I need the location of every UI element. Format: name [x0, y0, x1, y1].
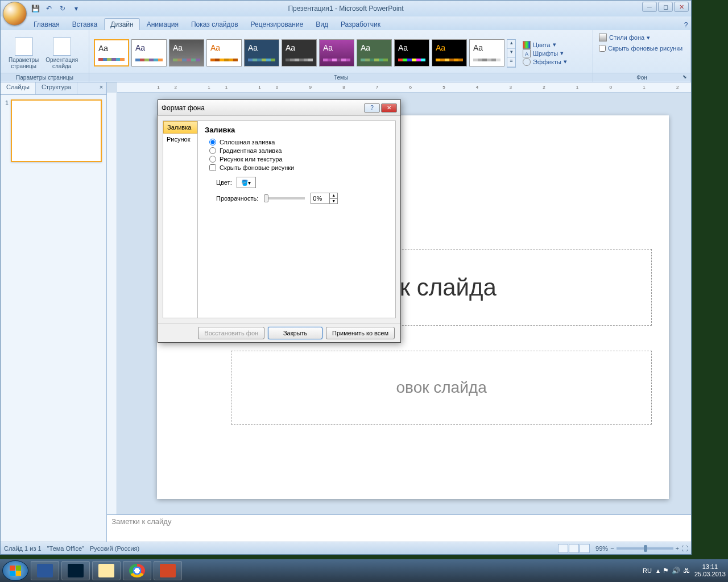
page-setup-icon: [15, 38, 33, 56]
theme-thumb[interactable]: Aa: [319, 39, 354, 66]
tray-network-icon[interactable]: 🖧: [683, 567, 690, 575]
pane-tab-slides[interactable]: Слайды: [1, 82, 36, 94]
view-buttons: [558, 544, 590, 553]
theme-thumb[interactable]: Aa: [469, 39, 504, 66]
slide-thumb-img: [11, 99, 102, 162]
slide-thumbnail[interactable]: 1: [5, 99, 102, 162]
color-picker-button[interactable]: 🪣▾: [237, 177, 256, 188]
zoom-fit-icon[interactable]: ⛶: [681, 545, 688, 552]
tab-view[interactable]: Вид: [310, 19, 334, 30]
dialog-titlebar[interactable]: Формат фона ? ✕: [158, 100, 400, 116]
theme-thumb[interactable]: Aa: [244, 39, 279, 66]
dialog-close-icon[interactable]: ✕: [381, 103, 397, 113]
theme-thumb[interactable]: Aa: [169, 39, 204, 66]
dialog-content: Заливка Сплошная заливка Градиентная зал…: [198, 120, 396, 318]
tab-slideshow[interactable]: Показ слайдов: [185, 19, 244, 30]
tray-flag-icon[interactable]: ⚑: [663, 567, 669, 575]
vertical-ruler: [107, 93, 117, 514]
notes-pane[interactable]: Заметки к слайду: [107, 514, 691, 542]
minimize-button[interactable]: ─: [642, 2, 657, 12]
page-setup-button[interactable]: Параметры страницы: [6, 36, 41, 70]
theme-options: Цвета ▾ AШрифты ▾ Эффекты ▾: [519, 40, 570, 67]
save-icon[interactable]: 💾: [30, 3, 40, 14]
status-theme: "Тема Office": [47, 545, 84, 552]
task-photoshop[interactable]: [61, 561, 90, 580]
task-chrome[interactable]: [123, 561, 151, 580]
dialog-footer: Восстановить фон Закрыть Применить ко вс…: [158, 323, 400, 342]
tray-sound-icon[interactable]: 🔊: [672, 567, 680, 575]
close-dialog-button[interactable]: Закрыть: [268, 327, 322, 339]
dialog-launcher-icon[interactable]: ⬊: [682, 74, 689, 81]
opt-gradient-fill[interactable]: Градиентная заливка: [209, 147, 388, 154]
zoom-slider[interactable]: [617, 547, 673, 550]
view-slideshow-icon[interactable]: [580, 544, 590, 553]
theme-colors-button[interactable]: Цвета ▾: [523, 41, 567, 49]
start-button[interactable]: [2, 560, 28, 581]
slide-orientation-button[interactable]: Ориентация слайда: [43, 36, 80, 70]
pane-tab-outline[interactable]: Структура: [36, 82, 77, 94]
tray-clock[interactable]: 13:11 25.03.2013: [694, 563, 726, 578]
colors-icon: [523, 41, 531, 49]
theme-effects-button[interactable]: Эффекты ▾: [523, 58, 567, 66]
subtitle-placeholder[interactable]: овок слайда: [231, 351, 652, 425]
theme-thumb[interactable]: Aa: [131, 39, 167, 66]
task-explorer[interactable]: [92, 561, 121, 580]
opt-solid-fill[interactable]: Сплошная заливка: [209, 139, 388, 146]
status-lang: Русский (Россия): [90, 545, 139, 552]
effects-icon: [523, 58, 531, 66]
tab-animation[interactable]: Анимация: [141, 19, 184, 30]
spin-up-icon[interactable]: ▲: [330, 193, 337, 199]
redo-icon[interactable]: ↻: [57, 3, 68, 14]
color-label: Цвет:: [216, 179, 232, 186]
folder-icon: [98, 564, 114, 577]
office-button[interactable]: [3, 2, 27, 26]
theme-thumb[interactable]: Aa: [394, 39, 429, 66]
transparency-input[interactable]: [311, 193, 329, 203]
tray-lang[interactable]: RU: [643, 567, 652, 574]
opt-picture-fill[interactable]: Рисунок или текстура: [209, 156, 388, 163]
theme-thumb[interactable]: Aa: [94, 39, 129, 66]
chrome-icon: [129, 564, 145, 577]
tab-developer[interactable]: Разработчик: [335, 19, 386, 30]
hide-bg-graphics-checkbox[interactable]: Скрыть фоновые рисунки: [599, 45, 682, 52]
view-sorter-icon[interactable]: [569, 544, 579, 553]
transparency-slider[interactable]: [264, 197, 305, 199]
window-title: Презентация1 - Microsoft PowerPoint: [288, 5, 403, 13]
maximize-button[interactable]: ◻: [658, 2, 673, 12]
zoom-in-icon[interactable]: +: [676, 545, 679, 552]
help-icon[interactable]: ?: [681, 20, 691, 30]
tray-chevron-icon[interactable]: ▴: [656, 567, 660, 575]
reset-bg-button[interactable]: Восстановить фон: [198, 327, 264, 339]
opt-hide-bg[interactable]: Скрыть фоновые рисунки: [209, 164, 388, 171]
transparency-spinner[interactable]: ▲▼: [311, 193, 338, 204]
tab-home[interactable]: Главная: [28, 19, 65, 30]
group-themes: Aa Aa Aa Aa Aa Aa Aa Aa Aa Aa Aa ▴▾≡ Цве…: [89, 30, 593, 82]
view-normal-icon[interactable]: [558, 544, 568, 553]
task-word[interactable]: [31, 561, 59, 580]
theme-thumb[interactable]: Aa: [282, 39, 317, 66]
theme-thumb[interactable]: Aa: [357, 39, 392, 66]
background-styles-button[interactable]: Стили фона ▾: [599, 34, 650, 41]
task-powerpoint[interactable]: [154, 561, 182, 580]
fill-heading: Заливка: [205, 126, 388, 134]
apply-all-button[interactable]: Применить ко всем: [326, 327, 395, 339]
ribbon: Параметры страницы Ориентация слайда Пар…: [1, 30, 691, 82]
zoom-out-icon[interactable]: −: [610, 545, 614, 552]
theme-fonts-button[interactable]: AШрифты ▾: [523, 49, 567, 57]
dialog-help-icon[interactable]: ?: [364, 103, 380, 113]
dialog-nav: Заливка Рисунок: [163, 120, 198, 318]
close-button[interactable]: ✕: [674, 2, 689, 12]
theme-thumb[interactable]: Aa: [206, 39, 242, 66]
pane-close-icon[interactable]: ×: [96, 82, 106, 94]
nav-picture[interactable]: Рисунок: [163, 134, 197, 145]
tab-review[interactable]: Рецензирование: [245, 19, 309, 30]
theme-nav[interactable]: ▴▾≡: [507, 39, 516, 68]
spin-down-icon[interactable]: ▼: [330, 199, 337, 204]
tab-insert[interactable]: Вставка: [67, 19, 104, 30]
tab-design[interactable]: Дизайн: [104, 18, 139, 30]
powerpoint-icon: [160, 564, 176, 577]
undo-icon[interactable]: ↶: [44, 3, 54, 14]
theme-thumb[interactable]: Aa: [432, 39, 467, 66]
nav-fill[interactable]: Заливка: [163, 121, 197, 134]
qat-dropdown-icon[interactable]: ▾: [71, 3, 81, 14]
